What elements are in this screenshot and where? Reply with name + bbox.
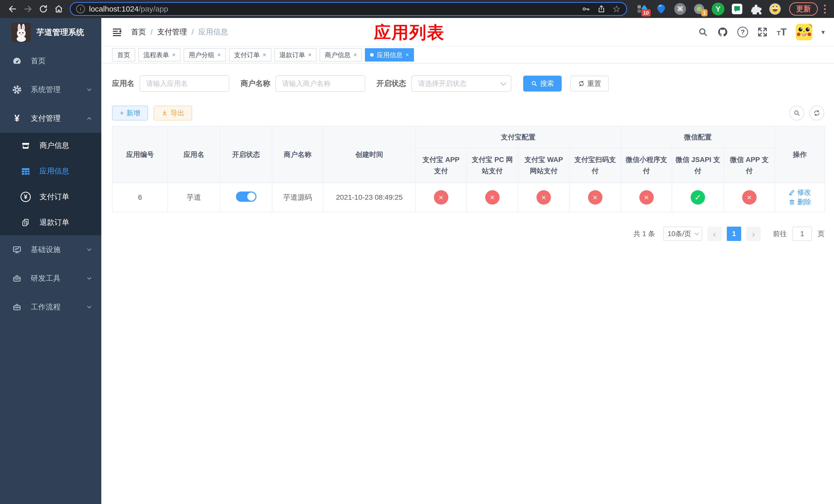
sidebar-item-home[interactable]: 首页	[0, 47, 101, 75]
sidebar-item-pay-order[interactable]: ¥ 支付订单	[0, 184, 101, 210]
app-name-input[interactable]	[139, 75, 229, 92]
cell-created: 2021-10-23 08:49:25	[323, 183, 415, 212]
profile-emoji-avatar[interactable]	[769, 3, 782, 15]
extension-chat-icon[interactable]	[731, 3, 744, 15]
extension-command-icon[interactable]: ⌘	[674, 3, 686, 15]
sidebar-item-payment[interactable]: ¥ 支付管理	[0, 104, 101, 133]
sidebar: 芋道管理系统 首页 系统管理 ¥ 支付管理	[0, 18, 101, 504]
fullscreen-icon[interactable]	[757, 27, 768, 37]
status-alipay-wap: ×	[536, 190, 551, 205]
tab-flow-form[interactable]: 流程表单×	[138, 48, 180, 62]
goto-page-input[interactable]	[792, 227, 812, 241]
font-size-icon[interactable]: TT	[777, 27, 787, 38]
tab-app-info[interactable]: 应用信息×	[365, 48, 414, 62]
sidebar-item-merchant-info[interactable]: 商户信息	[0, 133, 101, 158]
chevron-down-icon	[86, 275, 93, 282]
col-merchant: 商户名称	[272, 127, 323, 183]
table-row: 6 芋道 芋道源码 2021-10-23 08:49:25 × × × × × …	[112, 183, 825, 212]
sidebar-item-label: 应用信息	[40, 166, 69, 176]
close-icon[interactable]: ×	[218, 51, 221, 58]
extension-sketch-icon[interactable]: 10	[636, 3, 649, 15]
share-icon[interactable]	[597, 5, 606, 13]
plus-icon: +	[120, 109, 124, 117]
bookmark-star-icon[interactable]: ☆	[612, 4, 621, 14]
prev-page-button[interactable]: ‹	[707, 227, 722, 241]
gear-icon	[11, 85, 23, 95]
sidebar-item-workflow[interactable]: 工作流程	[0, 293, 101, 321]
merchant-name-input[interactable]	[276, 75, 365, 92]
chevron-down-icon	[86, 304, 93, 311]
tab-merchant-info[interactable]: 商户信息×	[320, 48, 362, 62]
tab-user-group[interactable]: 用户分组×	[184, 48, 226, 62]
extension-balloon-icon[interactable]	[655, 3, 667, 15]
extension-badge: 1	[701, 9, 707, 17]
page-info-icon[interactable]: i	[76, 5, 85, 13]
add-button[interactable]: + 新增	[112, 106, 148, 120]
close-icon[interactable]: ×	[405, 51, 409, 58]
page-1-button[interactable]: 1	[727, 227, 741, 241]
collapse-sidebar-icon[interactable]	[112, 27, 122, 38]
extension-y-icon[interactable]: Y	[712, 3, 724, 15]
sidebar-item-system[interactable]: 系统管理	[0, 75, 101, 104]
col-created: 创建时间	[323, 127, 415, 183]
breadcrumb-current: 应用信息	[198, 27, 228, 37]
close-icon[interactable]: ×	[172, 51, 175, 58]
page-content: 应用名 商户名称 开启状态 请选择开启状态 搜索 重置	[101, 64, 834, 241]
header-search-icon[interactable]	[698, 27, 708, 37]
tab-pay-order[interactable]: 支付订单×	[229, 48, 271, 62]
search-icon	[531, 80, 537, 87]
status-select[interactable]: 请选择开启状态	[411, 75, 511, 92]
sidebar-item-app-info[interactable]: 应用信息	[0, 158, 101, 184]
page-size-select[interactable]: 10条/页	[663, 227, 702, 241]
next-page-button[interactable]: ›	[746, 227, 761, 241]
tab-home[interactable]: 首页	[112, 48, 135, 62]
close-icon[interactable]: ×	[263, 51, 266, 58]
export-button[interactable]: 导出	[154, 106, 192, 120]
user-avatar[interactable]	[796, 24, 812, 40]
help-icon[interactable]: ?	[737, 27, 748, 38]
status-alipay-pc: ×	[485, 190, 500, 205]
extensions-puzzle-icon[interactable]	[750, 3, 763, 15]
browser-menu-icon[interactable]	[821, 5, 828, 14]
password-key-icon[interactable]	[581, 5, 590, 13]
chevron-down-icon	[86, 86, 93, 93]
refresh-table-button[interactable]	[809, 106, 824, 120]
active-dot	[370, 53, 374, 56]
extension-recorder-icon[interactable]: 1	[693, 3, 705, 15]
table-toolbar: + 新增 导出	[112, 106, 824, 120]
document-copy-icon	[20, 218, 31, 227]
back-icon[interactable]	[6, 2, 20, 16]
toggle-search-button[interactable]	[789, 106, 804, 120]
edit-link[interactable]: 修改	[789, 188, 811, 197]
col-wx-mini: 微信小程序支付	[621, 148, 672, 183]
close-icon[interactable]: ×	[353, 51, 357, 58]
delete-link[interactable]: 删除	[789, 198, 811, 207]
reload-icon[interactable]	[37, 2, 50, 16]
pagination: 共 1 条 10条/页 ‹ 1 › 前往 页	[112, 227, 825, 241]
forward-icon[interactable]	[21, 2, 35, 16]
close-icon[interactable]: ×	[308, 51, 312, 58]
breadcrumb-payment[interactable]: 支付管理	[157, 27, 187, 37]
sidebar-item-label: 支付管理	[31, 113, 61, 123]
sidebar-item-infra[interactable]: 基础设施	[0, 235, 101, 264]
status-alipay-app: ×	[434, 190, 448, 205]
browser-toolbar: i localhost:1024/pay/app ☆ 10 ⌘	[0, 0, 834, 18]
col-actions: 操作	[775, 127, 825, 183]
tab-refund-order[interactable]: 退款订单×	[275, 48, 317, 62]
sidebar-item-dev-tools[interactable]: 研发工具	[0, 264, 101, 293]
app-logo[interactable]: 芋道管理系统	[0, 18, 101, 47]
search-button[interactable]: 搜索	[523, 76, 562, 92]
refresh-icon	[578, 80, 585, 87]
browser-update-button[interactable]: 更新	[789, 2, 818, 16]
status-wx-jsapi: ✓	[690, 190, 705, 205]
breadcrumb: 首页 / 支付管理 / 应用信息	[131, 27, 228, 37]
breadcrumb-home[interactable]: 首页	[131, 27, 146, 37]
url-bar[interactable]: i localhost:1024/pay/app ☆	[70, 2, 627, 16]
sidebar-item-label: 基础设施	[31, 245, 61, 255]
enable-toggle[interactable]	[236, 191, 257, 202]
sidebar-item-refund-order[interactable]: 退款订单	[0, 210, 101, 235]
github-icon[interactable]	[717, 27, 728, 38]
avatar-dropdown-caret-icon[interactable]: ▾	[821, 28, 825, 36]
reset-button[interactable]: 重置	[570, 76, 609, 92]
home-icon[interactable]	[52, 2, 66, 16]
